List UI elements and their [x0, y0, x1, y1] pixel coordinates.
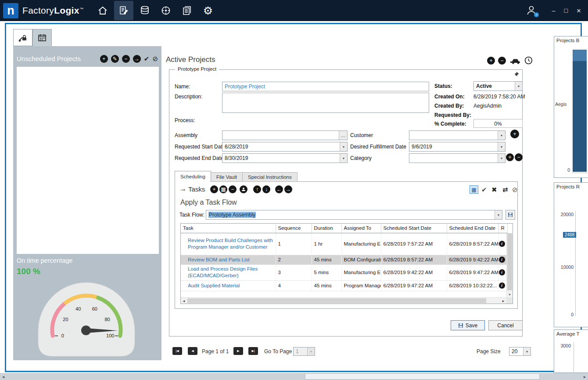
edit-project-icon[interactable]: ✎: [111, 55, 119, 63]
move-task-up-icon[interactable]: ↑: [253, 185, 261, 193]
requested-start-select[interactable]: 6/28/2019 ▼: [222, 142, 348, 152]
task-flow-select[interactable]: Prototype Assembly ▼: [206, 210, 502, 220]
move-task-left-icon[interactable]: ←: [275, 185, 283, 193]
scroll-left-icon[interactable]: ◂: [181, 298, 187, 304]
car-icon[interactable]: [509, 57, 521, 65]
schedule-project-icon[interactable]: →: [133, 55, 141, 63]
table-row[interactable]: Review Product Build Challenges with Pro…: [181, 233, 507, 255]
page-size-select[interactable]: 20 ▼: [509, 347, 531, 356]
customer-select[interactable]: ▼: [409, 130, 506, 140]
category-dropdown-icon[interactable]: ▼: [498, 154, 505, 163]
category-select[interactable]: ▼: [409, 153, 506, 163]
remove-project-icon[interactable]: −: [122, 55, 130, 63]
desired-fulfillment-dropdown-icon[interactable]: ▼: [498, 142, 505, 151]
shuffle-icon[interactable]: ⇄: [502, 186, 508, 194]
move-task-right-icon[interactable]: →: [284, 185, 292, 193]
save-task-flow-button[interactable]: [506, 210, 515, 220]
move-task-down-icon[interactable]: ↓: [262, 185, 270, 193]
remove-category-icon[interactable]: −: [515, 153, 523, 161]
customer-dropdown-icon[interactable]: ▼: [498, 131, 505, 140]
window-scroll-right-icon[interactable]: ▸: [581, 373, 588, 380]
nav-home[interactable]: [93, 1, 112, 20]
window-scroll-left-icon[interactable]: ◂: [0, 373, 7, 380]
last-page-button[interactable]: ▶|: [248, 347, 258, 355]
col-task[interactable]: Task: [181, 224, 276, 233]
nav-materials[interactable]: [135, 1, 154, 20]
clear-schedule-icon[interactable]: ⊘: [512, 186, 518, 194]
status-dropdown-icon[interactable]: ▼: [515, 82, 522, 90]
scroll-right-icon[interactable]: ▸: [500, 298, 506, 304]
tab-scheduling[interactable]: Scheduling: [175, 171, 211, 182]
col-assigned-to[interactable]: Assigned To: [341, 224, 381, 233]
remove-active-project-icon[interactable]: −: [498, 57, 506, 65]
user-button[interactable]: ×: [526, 5, 537, 16]
col-scheduled-end[interactable]: Scheduled End Date: [447, 224, 498, 233]
add-task-icon[interactable]: +: [210, 185, 218, 193]
name-input[interactable]: [222, 82, 429, 91]
description-input[interactable]: [222, 93, 429, 113]
status-select[interactable]: Active ▼: [473, 81, 523, 91]
task-cell: Audit Supplied Material: [181, 280, 276, 291]
pin-icon[interactable]: [513, 71, 520, 77]
requested-end-dropdown-icon[interactable]: ▼: [340, 154, 347, 163]
cancel-button[interactable]: Cancel: [488, 320, 523, 330]
close-button[interactable]: ×: [577, 7, 581, 14]
requested-start-dropdown-icon[interactable]: ▼: [340, 142, 347, 151]
remove-task-icon[interactable]: −: [229, 185, 237, 193]
assign-person-icon[interactable]: [240, 185, 247, 193]
task-flow-dropdown-icon[interactable]: ▼: [495, 210, 502, 219]
minimize-button[interactable]: –: [552, 7, 556, 14]
assembly-input[interactable]: …: [222, 130, 348, 140]
maximize-button[interactable]: □: [564, 7, 568, 14]
page-size-dropdown-icon[interactable]: ▼: [523, 347, 531, 355]
nav-settings[interactable]: ⚙: [198, 1, 218, 20]
col-duration[interactable]: Duration: [312, 224, 341, 233]
unscheduled-projects-list[interactable]: [17, 67, 159, 254]
tab-schedule[interactable]: [32, 29, 52, 46]
reject-schedule-icon[interactable]: ✖: [491, 186, 497, 194]
info-icon[interactable]: i: [499, 282, 505, 289]
cancel-project-icon[interactable]: ⊘: [152, 55, 158, 63]
table-row[interactable]: Load and Process Design Files (ECAD/MCAD…: [181, 264, 507, 280]
add-category-icon[interactable]: +: [506, 153, 514, 161]
brand-bold: Logix: [54, 5, 79, 15]
clock-icon[interactable]: [524, 56, 533, 65]
save-button[interactable]: Save: [451, 320, 485, 330]
nav-engineering[interactable]: [114, 1, 133, 20]
prev-page-button[interactable]: ◀: [188, 347, 197, 355]
table-row-selected[interactable]: Review BOM and Parts List 2 45 mins BOM …: [181, 255, 507, 264]
scroll-down-icon[interactable]: ▾: [507, 292, 513, 297]
col-sequence[interactable]: Sequence: [276, 224, 312, 233]
desired-fulfillment-select[interactable]: 9/6/2019 ▼: [409, 142, 506, 152]
assembly-browse-button[interactable]: …: [339, 131, 347, 140]
first-page-button[interactable]: |◀: [172, 347, 182, 355]
col-r[interactable]: R: [498, 224, 507, 233]
save-icon: [458, 323, 463, 328]
goto-page-input[interactable]: 1 ▼: [293, 347, 315, 356]
add-active-project-icon[interactable]: +: [487, 57, 495, 65]
complete-project-icon[interactable]: ✔: [144, 55, 150, 63]
horizontal-scroll-thumb[interactable]: [187, 298, 486, 303]
add-task-template-icon[interactable]: ▦: [219, 185, 227, 193]
table-vertical-scrollbar[interactable]: ▾: [506, 233, 513, 297]
requested-end-select[interactable]: 8/30/2019 ▼: [222, 153, 348, 163]
add-project-icon[interactable]: +: [100, 55, 108, 63]
add-customer-icon[interactable]: +: [510, 130, 519, 138]
tab-file-vault[interactable]: File Vault: [211, 172, 243, 182]
col-scheduled-start[interactable]: Scheduled Start Date: [381, 224, 447, 233]
vertical-scroll-thumb[interactable]: [507, 233, 512, 290]
nav-documents[interactable]: [177, 1, 197, 20]
table-row[interactable]: Audit Supplied Material 4 45 mins Progra…: [181, 280, 507, 291]
window-horizontal-scrollbar[interactable]: ◂ ▸: [0, 373, 588, 380]
table-horizontal-scrollbar[interactable]: ◂ ▸: [181, 297, 506, 304]
tab-tools[interactable]: [13, 29, 32, 46]
info-icon[interactable]: i: [499, 269, 505, 275]
nav-tracking[interactable]: [156, 1, 176, 20]
tab-special-instructions[interactable]: Special Instructions: [243, 172, 298, 182]
info-icon[interactable]: i: [499, 257, 505, 263]
accept-schedule-icon[interactable]: ✔: [481, 186, 487, 194]
schedule-grid-view-icon[interactable]: ▦: [470, 185, 478, 194]
window-scroll-thumb[interactable]: [305, 373, 540, 380]
info-icon[interactable]: i: [499, 241, 505, 247]
next-page-button[interactable]: ▶: [233, 347, 243, 355]
